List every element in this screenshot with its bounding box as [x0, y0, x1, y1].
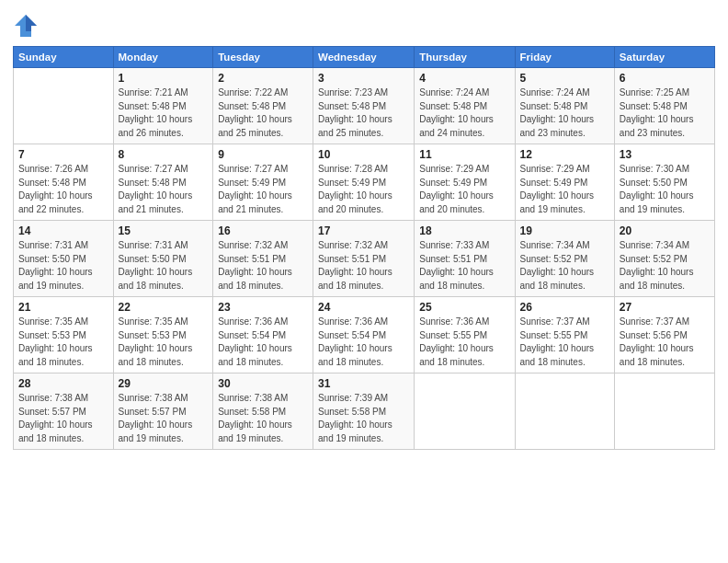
day-info: Sunrise: 7:36 AM Sunset: 5:54 PM Dayligh… — [318, 316, 409, 369]
svg-marker-1 — [26, 15, 37, 31]
day-info: Sunrise: 7:38 AM Sunset: 5:57 PM Dayligh… — [18, 392, 108, 445]
calendar-cell: 1Sunrise: 7:21 AM Sunset: 5:48 PM Daylig… — [113, 68, 213, 144]
header-friday: Friday — [515, 47, 614, 68]
header-thursday: Thursday — [415, 47, 515, 68]
calendar-cell: 6Sunrise: 7:25 AM Sunset: 5:48 PM Daylig… — [614, 68, 714, 144]
day-info: Sunrise: 7:23 AM Sunset: 5:48 PM Dayligh… — [318, 86, 409, 140]
calendar-cell: 10Sunrise: 7:28 AM Sunset: 5:49 PM Dayli… — [313, 144, 415, 221]
day-number: 11 — [419, 148, 509, 161]
day-number: 9 — [218, 148, 308, 161]
header-tuesday: Tuesday — [213, 47, 313, 68]
week-row-3: 21Sunrise: 7:35 AM Sunset: 5:53 PM Dayli… — [14, 297, 715, 373]
day-number: 28 — [18, 377, 108, 390]
day-info: Sunrise: 7:29 AM Sunset: 5:49 PM Dayligh… — [419, 163, 509, 216]
day-info: Sunrise: 7:38 AM Sunset: 5:57 PM Dayligh… — [119, 392, 209, 445]
day-number: 4 — [419, 72, 509, 85]
calendar-cell: 24Sunrise: 7:36 AM Sunset: 5:54 PM Dayli… — [313, 297, 415, 373]
day-number: 22 — [119, 301, 209, 314]
day-info: Sunrise: 7:32 AM Sunset: 5:51 PM Dayligh… — [218, 239, 308, 293]
page-container: SundayMondayTuesdayWednesdayThursdayFrid… — [0, 0, 728, 459]
calendar-cell: 30Sunrise: 7:38 AM Sunset: 5:58 PM Dayli… — [213, 373, 313, 450]
header-monday: Monday — [113, 47, 213, 68]
calendar-cell: 23Sunrise: 7:36 AM Sunset: 5:54 PM Dayli… — [213, 297, 313, 373]
calendar-cell: 12Sunrise: 7:29 AM Sunset: 5:49 PM Dayli… — [515, 144, 614, 221]
day-info: Sunrise: 7:22 AM Sunset: 5:48 PM Dayligh… — [218, 86, 308, 140]
day-info: Sunrise: 7:35 AM Sunset: 5:53 PM Dayligh… — [119, 316, 209, 369]
day-number: 18 — [419, 224, 509, 237]
day-number: 3 — [318, 72, 409, 85]
calendar-cell: 18Sunrise: 7:33 AM Sunset: 5:51 PM Dayli… — [415, 221, 515, 297]
logo — [13, 13, 42, 39]
day-number: 23 — [218, 301, 308, 314]
calendar-cell: 22Sunrise: 7:35 AM Sunset: 5:53 PM Dayli… — [113, 297, 213, 373]
day-info: Sunrise: 7:32 AM Sunset: 5:51 PM Dayligh… — [318, 239, 409, 293]
day-info: Sunrise: 7:21 AM Sunset: 5:48 PM Dayligh… — [119, 86, 209, 140]
calendar-cell — [515, 373, 614, 450]
calendar-cell: 21Sunrise: 7:35 AM Sunset: 5:53 PM Dayli… — [14, 297, 114, 373]
calendar-cell: 26Sunrise: 7:37 AM Sunset: 5:55 PM Dayli… — [515, 297, 614, 373]
day-number: 10 — [318, 148, 409, 161]
calendar-cell: 11Sunrise: 7:29 AM Sunset: 5:49 PM Dayli… — [415, 144, 515, 221]
day-number: 1 — [119, 72, 209, 85]
day-number: 24 — [318, 301, 409, 314]
day-number: 2 — [218, 72, 308, 85]
day-number: 13 — [620, 148, 710, 161]
day-number: 7 — [18, 148, 108, 161]
day-number: 29 — [119, 377, 209, 390]
day-info: Sunrise: 7:27 AM Sunset: 5:48 PM Dayligh… — [119, 163, 209, 216]
week-row-4: 28Sunrise: 7:38 AM Sunset: 5:57 PM Dayli… — [14, 373, 715, 450]
day-number: 6 — [620, 72, 710, 85]
header-row-days: SundayMondayTuesdayWednesdayThursdayFrid… — [14, 47, 715, 68]
day-info: Sunrise: 7:31 AM Sunset: 5:50 PM Dayligh… — [18, 239, 108, 293]
day-info: Sunrise: 7:37 AM Sunset: 5:56 PM Dayligh… — [620, 316, 710, 369]
day-number: 19 — [520, 224, 609, 237]
calendar-cell: 13Sunrise: 7:30 AM Sunset: 5:50 PM Dayli… — [614, 144, 714, 221]
day-info: Sunrise: 7:33 AM Sunset: 5:51 PM Dayligh… — [419, 239, 509, 293]
calendar-cell: 31Sunrise: 7:39 AM Sunset: 5:58 PM Dayli… — [313, 373, 415, 450]
calendar-cell: 9Sunrise: 7:27 AM Sunset: 5:49 PM Daylig… — [213, 144, 313, 221]
logo-icon — [13, 13, 39, 39]
calendar-cell: 27Sunrise: 7:37 AM Sunset: 5:56 PM Dayli… — [614, 297, 714, 373]
day-number: 25 — [419, 301, 509, 314]
header-sunday: Sunday — [14, 47, 114, 68]
day-info: Sunrise: 7:36 AM Sunset: 5:54 PM Dayligh… — [218, 316, 308, 369]
day-number: 21 — [18, 301, 108, 314]
day-info: Sunrise: 7:31 AM Sunset: 5:50 PM Dayligh… — [119, 239, 209, 293]
day-info: Sunrise: 7:24 AM Sunset: 5:48 PM Dayligh… — [520, 86, 609, 140]
calendar-cell: 25Sunrise: 7:36 AM Sunset: 5:55 PM Dayli… — [415, 297, 515, 373]
day-number: 15 — [119, 224, 209, 237]
header-wednesday: Wednesday — [313, 47, 415, 68]
day-info: Sunrise: 7:39 AM Sunset: 5:58 PM Dayligh… — [318, 392, 409, 445]
calendar-cell: 3Sunrise: 7:23 AM Sunset: 5:48 PM Daylig… — [313, 68, 415, 144]
calendar-cell: 20Sunrise: 7:34 AM Sunset: 5:52 PM Dayli… — [614, 221, 714, 297]
day-info: Sunrise: 7:36 AM Sunset: 5:55 PM Dayligh… — [419, 316, 509, 369]
day-number: 5 — [520, 72, 609, 85]
day-number: 31 — [318, 377, 409, 390]
calendar-cell — [415, 373, 515, 450]
calendar-cell: 8Sunrise: 7:27 AM Sunset: 5:48 PM Daylig… — [113, 144, 213, 221]
header-row — [13, 9, 715, 39]
day-info: Sunrise: 7:35 AM Sunset: 5:53 PM Dayligh… — [18, 316, 108, 369]
day-number: 14 — [18, 224, 108, 237]
day-info: Sunrise: 7:25 AM Sunset: 5:48 PM Dayligh… — [620, 86, 710, 140]
calendar-cell: 16Sunrise: 7:32 AM Sunset: 5:51 PM Dayli… — [213, 221, 313, 297]
header-saturday: Saturday — [614, 47, 714, 68]
calendar-cell — [614, 373, 714, 450]
day-number: 27 — [620, 301, 710, 314]
day-info: Sunrise: 7:29 AM Sunset: 5:49 PM Dayligh… — [520, 163, 609, 216]
day-number: 20 — [620, 224, 710, 237]
calendar-cell: 2Sunrise: 7:22 AM Sunset: 5:48 PM Daylig… — [213, 68, 313, 144]
day-info: Sunrise: 7:30 AM Sunset: 5:50 PM Dayligh… — [620, 163, 710, 216]
calendar-cell: 15Sunrise: 7:31 AM Sunset: 5:50 PM Dayli… — [113, 221, 213, 297]
day-info: Sunrise: 7:34 AM Sunset: 5:52 PM Dayligh… — [520, 239, 609, 293]
day-info: Sunrise: 7:26 AM Sunset: 5:48 PM Dayligh… — [18, 163, 108, 216]
day-info: Sunrise: 7:38 AM Sunset: 5:58 PM Dayligh… — [218, 392, 308, 445]
calendar-cell — [14, 68, 114, 144]
day-number: 30 — [218, 377, 308, 390]
day-number: 17 — [318, 224, 409, 237]
day-info: Sunrise: 7:37 AM Sunset: 5:55 PM Dayligh… — [520, 316, 609, 369]
calendar-cell: 28Sunrise: 7:38 AM Sunset: 5:57 PM Dayli… — [14, 373, 114, 450]
calendar-cell: 19Sunrise: 7:34 AM Sunset: 5:52 PM Dayli… — [515, 221, 614, 297]
day-info: Sunrise: 7:27 AM Sunset: 5:49 PM Dayligh… — [218, 163, 308, 216]
calendar-cell: 4Sunrise: 7:24 AM Sunset: 5:48 PM Daylig… — [415, 68, 515, 144]
